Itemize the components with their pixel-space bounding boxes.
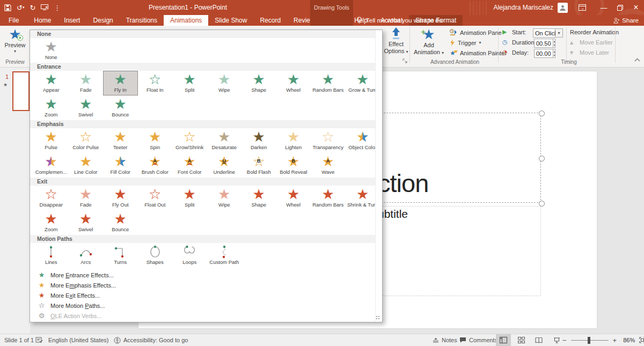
fit-slide-to-window-icon[interactable] (639, 337, 644, 343)
gallery-item-bounce[interactable]: ★Bounce (103, 210, 138, 235)
gallery-item-wipe[interactable]: ★Wipe (207, 71, 242, 95)
gallery-item-swivel[interactable]: ★Swivel (69, 95, 104, 120)
menu-item-more-exit-effects[interactable]: ★More Exit Effects... (30, 290, 382, 300)
gallery-item-none[interactable]: ★None (34, 38, 69, 63)
menu-item-more-emphasis-effects[interactable]: ★More Emphasis Effects... (30, 280, 382, 290)
tab-file[interactable]: File (0, 15, 27, 26)
gallery-scrollbar[interactable] (375, 31, 382, 321)
comments-button[interactable]: Comments (459, 334, 497, 346)
tab-animations[interactable]: Animations (164, 15, 208, 26)
gallery-item-split[interactable]: ★Split (172, 71, 207, 95)
gallery-item-lighten[interactable]: ★Lighten (276, 128, 311, 153)
gallery-item-grow-shrink[interactable]: ☆Grow/Shrink (172, 128, 207, 153)
gallery-item-fade[interactable]: ★Fade (69, 186, 104, 210)
gallery-item-color-pulse[interactable]: ☆Color Pulse (69, 128, 104, 153)
delay-spinner[interactable]: ▲▼ (553, 49, 556, 57)
gallery-resize-grip[interactable] (376, 315, 380, 320)
preview-button[interactable]: ★ Preview ▾ (2, 27, 28, 54)
tab-record[interactable]: Record (253, 15, 287, 26)
zoom-slider[interactable] (571, 340, 609, 341)
gallery-item-wipe[interactable]: ★Wipe (207, 186, 242, 210)
gallery-item-arcs[interactable]: Arcs (69, 243, 104, 268)
zoom-in-button[interactable]: + (613, 336, 617, 344)
redo-icon[interactable]: ↻ (30, 4, 35, 12)
gallery-item-zoom[interactable]: ★Zoom (34, 210, 69, 235)
gallery-item-transparency[interactable]: ☆Transparency (311, 128, 346, 153)
menu-item-more-entrance-effects[interactable]: ★More Entrance Effects... (30, 270, 382, 280)
gallery-item-pulse[interactable]: ★Pulse (34, 128, 69, 153)
start-combobox[interactable]: On Click (533, 28, 555, 38)
slide-show-view-button[interactable] (549, 334, 564, 346)
gallery-item-float-out[interactable]: ☆Float Out (138, 186, 173, 210)
delay-field[interactable]: 00.00 ▲▼ (534, 49, 555, 58)
minimize-button[interactable]: — (596, 0, 612, 15)
trigger-button[interactable]: Trigger ▾ (450, 39, 481, 46)
gallery-item-split[interactable]: ★Split (172, 186, 207, 210)
gallery-item-fly-in[interactable]: ★Fly In (103, 71, 138, 95)
gallery-item-shapes[interactable]: Shapes (138, 243, 173, 268)
spell-check-icon[interactable] (35, 334, 43, 346)
gallery-item-font-color[interactable]: ★AFont Color (172, 153, 207, 178)
user-avatar[interactable] (558, 3, 568, 13)
notes-button[interactable]: Notes (433, 334, 457, 346)
share-button[interactable]: Share (613, 15, 639, 26)
resize-handle-middle-right[interactable] (539, 156, 545, 161)
dialog-launcher-icon[interactable] (402, 58, 407, 63)
tab-slide-show[interactable]: Slide Show (208, 15, 253, 26)
gallery-item-lines[interactable]: Lines (34, 243, 69, 268)
tab-insert[interactable]: Insert (57, 15, 86, 26)
normal-view-button[interactable] (496, 334, 511, 346)
gallery-item-darken[interactable]: ★Darken (241, 128, 276, 153)
gallery-item-wave[interactable]: ★AWave (311, 153, 346, 178)
zoom-slider-thumb[interactable] (588, 337, 590, 344)
gallery-item-desaturate[interactable]: ★Desaturate (207, 128, 242, 153)
gallery-item-appear[interactable]: ★Appear (34, 71, 69, 95)
gallery-item-random-bars[interactable]: ★Random Bars (311, 71, 346, 95)
gallery-item-teeter[interactable]: ★Teeter (103, 128, 138, 153)
gallery-item-random-bars[interactable]: ★Random Bars (311, 186, 346, 210)
menu-item-ole-action-verbs[interactable]: ⚙OLE Action Verbs... (30, 311, 382, 321)
accessibility-status[interactable]: Accessibility: Good to go (114, 334, 188, 346)
add-animation-button[interactable]: ★+ Add Animation ▾ (412, 27, 445, 56)
gallery-item-turns[interactable]: Turns (103, 243, 138, 268)
zoom-level[interactable]: 86% (623, 337, 635, 343)
tab-design[interactable]: Design (86, 15, 119, 26)
customize-qat-icon[interactable]: ⋮ (54, 4, 61, 12)
language-indicator[interactable]: English (United States) (48, 334, 109, 346)
start-slideshow-icon[interactable] (41, 4, 48, 11)
move-later-button[interactable]: ▼ Move Later (570, 49, 609, 56)
gallery-item-bold-reveal[interactable]: ★BBold Reveal (276, 153, 311, 178)
collapse-ribbon-icon[interactable] (634, 58, 640, 62)
animation-pane-button[interactable]: Animation Pane (450, 29, 502, 36)
gallery-item-shape[interactable]: ★Shape (241, 186, 276, 210)
gallery-item-bold-flash[interactable]: ☆BBold Flash (241, 153, 276, 178)
slide-thumbnail[interactable] (12, 71, 30, 111)
gallery-item-bounce[interactable]: ★Bounce (103, 95, 138, 120)
save-icon[interactable] (4, 4, 11, 11)
gallery-item-float-in[interactable]: ☆Float In (138, 71, 173, 95)
zoom-out-button[interactable]: − (562, 336, 567, 344)
gallery-item-loops[interactable]: Loops (172, 243, 207, 268)
gallery-item-custom-path[interactable]: Custom Path (207, 243, 242, 268)
resize-handle-bottom-right[interactable] (539, 201, 545, 207)
gallery-item-shape[interactable]: ★Shape (241, 71, 276, 95)
effect-options-button[interactable]: Effect Options ▾ (383, 27, 409, 55)
tab-home[interactable]: Home (27, 15, 57, 26)
move-earlier-button[interactable]: ▲ Move Earlier (570, 39, 613, 46)
gallery-item-fly-out[interactable]: ★Fly Out (103, 186, 138, 210)
gallery-item-complemen-[interactable]: ★★Complemen... (34, 153, 69, 178)
menu-item-more-motion-paths[interactable]: ☆More Motion Paths... (30, 300, 382, 311)
gallery-item-swivel[interactable]: ★Swivel (69, 210, 104, 235)
duration-spinner[interactable]: ▲▼ (553, 39, 556, 47)
slide-sorter-view-button[interactable] (514, 334, 529, 346)
undo-icon[interactable]: ↺▾ (17, 4, 24, 12)
gallery-item-underline[interactable]: ★UUnderline (207, 153, 242, 178)
gallery-item-wheel[interactable]: ★Wheel (276, 71, 311, 95)
tab-transitions[interactable]: Transitions (120, 15, 164, 26)
reading-view-button[interactable] (531, 334, 546, 346)
resize-handle-top-right[interactable] (539, 111, 545, 116)
close-button[interactable]: × (628, 0, 644, 15)
ribbon-display-options-icon[interactable] (575, 2, 589, 13)
gallery-item-line-color[interactable]: ★Line Color (69, 153, 104, 178)
restore-button[interactable] (612, 0, 628, 15)
